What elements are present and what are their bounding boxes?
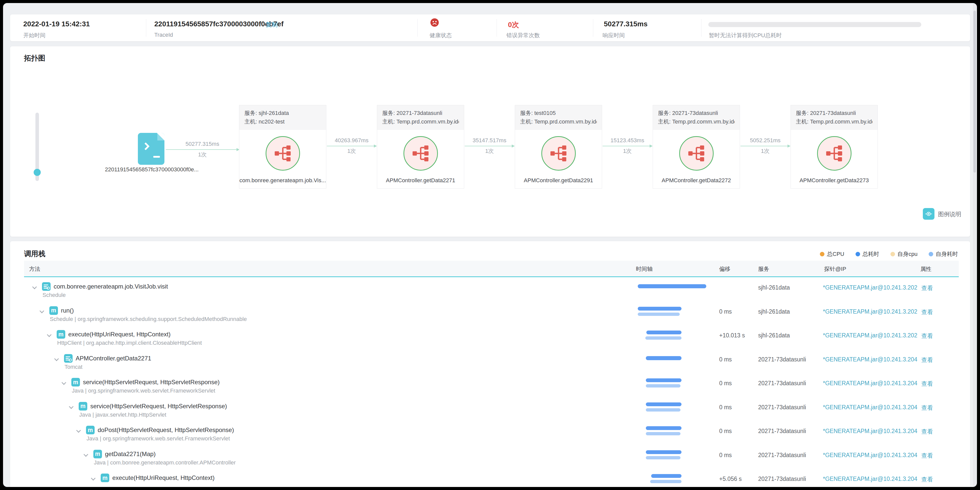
topology-panel: 拓扑图 220119154565857fc3700003000f0e... 50… (10, 46, 970, 237)
service-value: 20271-73datasunli (758, 428, 806, 434)
service-node-card[interactable]: 服务: 20271-73datasunli 主机: Temp.prd.comm.… (377, 105, 464, 188)
divider (496, 19, 497, 37)
probe-link[interactable]: *GENERATEAPM.jar@10.241.3.202 (823, 284, 917, 291)
legend-item: 自身耗时 (929, 250, 958, 258)
view-link[interactable]: 查看 (921, 404, 933, 412)
service-node-card[interactable]: 服务: test0105 主机: Temp.prd.comm.vm.by.idc… (515, 105, 602, 188)
method-icon: m (57, 330, 65, 338)
self-duration-bar (645, 336, 681, 340)
start-time-label: 开始时间 (23, 32, 46, 39)
column-probe: 探针@IP (824, 265, 846, 273)
duration-bar (651, 474, 681, 478)
view-link[interactable]: 查看 (921, 428, 933, 436)
callstack-row[interactable]: com.bonree.generateapm.job.VisitJob.visi… (24, 277, 959, 301)
chevron-down-icon[interactable] (91, 476, 95, 480)
view-link[interactable]: 查看 (921, 308, 933, 316)
method-name: execute(HttpUriRequest, HttpContext) (68, 331, 170, 338)
column-timeline: 时间轴 (636, 265, 653, 273)
method-name: run() (61, 307, 74, 314)
probe-link[interactable]: *GENERATEAPM.jar@10.241.3.202 (823, 332, 917, 339)
edge-count: 1次 (465, 147, 514, 155)
node-endpoint-label: APMController.getData2272 (653, 177, 740, 184)
fold-corner (157, 133, 164, 140)
probe-link[interactable]: *GENERATEAPM.jar@10.241.3.204 (823, 380, 917, 387)
sitemap-node-icon[interactable] (404, 136, 438, 171)
chevron-down-icon[interactable] (83, 452, 88, 456)
probe-link[interactable]: *GENERATEAPM.jar@10.241.3.204 (823, 428, 917, 434)
probe-link[interactable]: *GENERATEAPM.jar@10.241.3.204 (823, 476, 917, 482)
edge-count: 1次 (603, 147, 652, 155)
copy-trace-id-link[interactable]: 复制 (266, 21, 278, 29)
chevron-down-icon[interactable] (62, 380, 66, 385)
error-count-label: 错误异常次数 (506, 32, 540, 39)
view-link[interactable]: 查看 (921, 284, 933, 292)
service-value: sjhl-261data (758, 284, 790, 291)
view-link[interactable]: 查看 (921, 452, 933, 460)
view-link[interactable]: 查看 (921, 356, 933, 364)
edge-arrow (327, 146, 376, 146)
node-host: 主机: Temp.prd.comm.vm.by.idc.b... (658, 117, 735, 126)
probe-link[interactable]: *GENERATEAPM.jar@10.241.3.204 (823, 452, 917, 459)
service-value: sjhl-261data (758, 332, 790, 339)
trace-id-value: 220119154565857fc3700003000f0eb7ef (154, 20, 283, 28)
node-host: 主机: Temp.prd.comm.vm.by.idc.b... (520, 117, 597, 126)
method-icon: m (72, 378, 80, 386)
probe-link[interactable]: *GENERATEAPM.jar@10.241.3.204 (823, 404, 917, 411)
service-node-card[interactable]: 服务: 20271-73datasunli 主机: Temp.prd.comm.… (791, 105, 878, 188)
probe-link[interactable]: *GENERATEAPM.jar@10.241.3.204 (823, 356, 917, 363)
page-scrollbar[interactable] (973, 3, 977, 487)
node-header: 服务: 20271-73datasunli 主机: Temp.prd.comm.… (377, 105, 464, 129)
topology-edge: 5052.251ms 1次 (740, 136, 790, 156)
duration-bar (646, 356, 681, 360)
callstack-row[interactable]: m service(HttpServletRequest, HttpServle… (24, 373, 959, 397)
chevron-down-icon[interactable] (54, 356, 59, 361)
node-service: 服务: 20271-73datasunli (796, 109, 872, 117)
edge-duration: 35147.517ms (465, 137, 514, 144)
method-subtitle: Tomcat (65, 364, 83, 370)
offset-value: +10.013 s (719, 332, 745, 339)
duration-bar (646, 378, 681, 382)
chevron-down-icon[interactable] (69, 404, 73, 409)
zoom-slider[interactable] (35, 113, 39, 181)
sitemap-node-icon[interactable] (266, 136, 300, 171)
chevron-down-icon[interactable] (47, 332, 51, 337)
method-subtitle: Java | javax.servlet.http.HttpServlet (79, 412, 166, 418)
callstack-rows: com.bonree.generateapm.job.VisitJob.visi… (24, 277, 959, 487)
legend-item: 自身cpu (891, 250, 918, 258)
service-node-card[interactable]: 服务: 20271-73datasunli 主机: Temp.prd.comm.… (653, 105, 740, 188)
edge-count: 1次 (166, 151, 239, 158)
legend-help-button[interactable] (923, 208, 934, 220)
method-name: getData2271(Map) (105, 450, 156, 458)
method-icon: m (79, 402, 87, 410)
callstack-row[interactable]: m execute(HttpUriRequest, HttpContext) H… (24, 325, 959, 349)
view-link[interactable]: 查看 (921, 380, 933, 388)
legend-help-label[interactable]: 图例说明 (938, 210, 961, 218)
chevron-down-icon[interactable] (32, 284, 37, 289)
callstack-row[interactable]: m service(HttpServletRequest, HttpServle… (24, 397, 959, 421)
service-node-card[interactable]: 服务: sjhl-261data 主机: nc202-test com.bonr… (239, 105, 326, 188)
probe-link[interactable]: *GENERATEAPM.jar@10.241.3.202 (823, 308, 917, 315)
view-link[interactable]: 查看 (921, 476, 933, 484)
self-duration-bar (650, 480, 681, 483)
method-subtitle: Java | com.bonree.generateapm.controller… (94, 460, 236, 466)
callstack-row[interactable]: m getData2271(Map) Java | com.bonree.gen… (24, 445, 959, 469)
sitemap-node-icon[interactable] (817, 136, 851, 171)
chevron-down-icon[interactable] (40, 308, 44, 313)
duration-bar (646, 330, 681, 334)
job-icon (64, 354, 73, 363)
root-trace-node-icon[interactable] (138, 133, 164, 165)
callstack-row[interactable]: APMController.getData2271 Tomcat 0 ms 20… (24, 349, 959, 373)
callstack-panel: 调用栈 总CPU 总耗时 自身cpu 自身耗时 方法 时间轴 偏移 服务 探针@… (10, 241, 970, 487)
method-name: service(HttpServletRequest, HttpServletR… (83, 378, 220, 386)
callstack-row[interactable]: m doPost(HttpServletRequest, HttpServlet… (24, 421, 959, 445)
view-link[interactable]: 查看 (921, 332, 933, 340)
chevron-down-icon[interactable] (76, 428, 81, 433)
page-scrollbar-thumb[interactable] (974, 11, 976, 172)
callstack-row[interactable]: m run() Schedule | org.springframework.s… (24, 301, 959, 325)
callstack-legend: 总CPU 总耗时 自身cpu 自身耗时 (820, 250, 958, 258)
sitemap-node-icon[interactable] (541, 136, 576, 171)
callstack-row[interactable]: m execute(HttpUriRequest, HttpContext) +… (24, 468, 959, 487)
zoom-slider-thumb[interactable] (33, 169, 41, 176)
sitemap-node-icon[interactable] (679, 136, 714, 171)
legend-dot (929, 252, 933, 256)
